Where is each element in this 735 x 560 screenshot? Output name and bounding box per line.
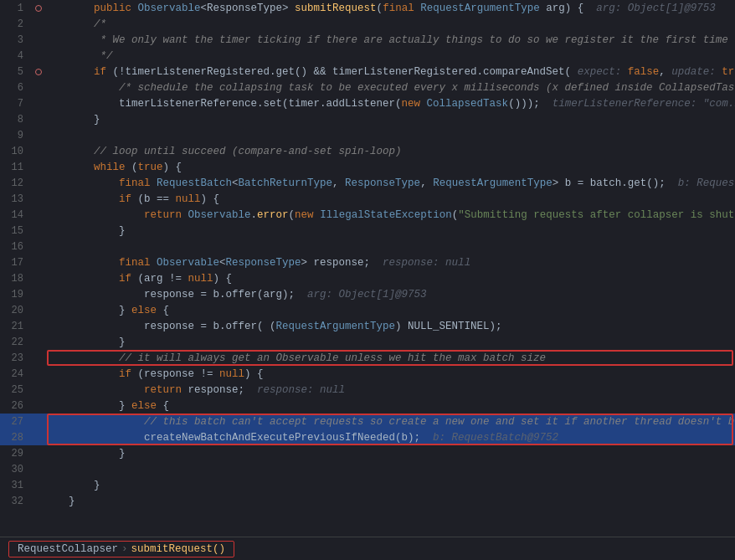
code-line: 10 // loop until succeed (compare-and-se… xyxy=(0,143,735,159)
line-content: while (true) { xyxy=(44,162,735,173)
line-content: if (response != null) { xyxy=(44,368,735,380)
line-number: 30 xyxy=(3,464,33,475)
line-content: } else { xyxy=(44,305,735,316)
line-number: 5 xyxy=(3,66,33,78)
line-number: 20 xyxy=(3,305,33,316)
code-line: 29 } xyxy=(0,445,735,461)
line-content: return response; response: null xyxy=(44,384,735,396)
line-number: 32 xyxy=(3,496,33,507)
line-content: } else { xyxy=(44,400,735,412)
line-number: 3 xyxy=(3,34,33,46)
code-line: 5 if (!timerListenerRegistered.get() && … xyxy=(0,64,735,80)
code-line: 22 } xyxy=(0,334,735,350)
line-number: 2 xyxy=(3,18,33,30)
line-content: if (!timerListenerRegistered.get() && ti… xyxy=(44,66,735,78)
code-line: 16 xyxy=(0,239,735,254)
code-line: 30 xyxy=(0,461,735,477)
code-line: 19 response = b.offer(arg); arg: Object[… xyxy=(0,286,735,302)
line-content: * We only want the timer ticking if ther… xyxy=(44,34,735,46)
code-line: 28 createNewBatchAndExecutePreviousIfNee… xyxy=(0,429,735,445)
code-line: 32 } xyxy=(0,493,735,509)
line-number: 17 xyxy=(3,257,33,269)
line-content: if (b == null) { xyxy=(44,193,735,205)
line-number: 15 xyxy=(3,225,33,237)
code-line: 2 /* xyxy=(0,16,735,32)
line-content: } xyxy=(44,114,735,126)
line-content: // it will always get an Observable unle… xyxy=(44,352,735,364)
line-content: // this batch can't accept requests so c… xyxy=(44,416,735,428)
code-line: 12 final RequestBatch<BatchReturnType, R… xyxy=(0,175,735,191)
code-line: 13 if (b == null) { xyxy=(0,191,735,207)
line-content: final Observable<ResponseType> response;… xyxy=(44,257,735,269)
code-line: 15 } xyxy=(0,223,735,239)
code-line: 11 while (true) { xyxy=(0,159,735,175)
line-number: 19 xyxy=(3,289,33,301)
editor-area: 1 public Observable<ResponseType> submit… xyxy=(0,0,735,537)
line-content: createNewBatchAndExecutePreviousIfNeeded… xyxy=(44,432,735,444)
code-line: 26 } else { xyxy=(0,398,735,414)
line-number: 10 xyxy=(3,146,33,157)
line-content: } xyxy=(44,480,735,491)
line-number: 24 xyxy=(3,368,33,380)
line-number: 16 xyxy=(3,241,33,253)
line-content: /* schedule the collapsing task to be ex… xyxy=(44,82,735,94)
breakpoint-dot[interactable] xyxy=(35,69,42,75)
line-content: public Observable<ResponseType> submitRe… xyxy=(44,3,735,14)
line-number: 7 xyxy=(3,98,33,110)
code-line: 6 /* schedule the collapsing task to be … xyxy=(0,80,735,95)
code-line: 25 return response; response: null xyxy=(0,382,735,398)
code-line: 8 } xyxy=(0,111,735,127)
code-line: 27 // this batch can't accept requests s… xyxy=(0,414,735,429)
line-number: 26 xyxy=(3,400,33,412)
code-line: 17 final Observable<ResponseType> respon… xyxy=(0,254,735,270)
line-content: } xyxy=(44,448,735,460)
line-number: 29 xyxy=(3,448,33,460)
line-content: /* xyxy=(44,18,735,30)
line-number: 11 xyxy=(3,162,33,173)
line-number: 28 xyxy=(3,432,33,444)
line-number: 6 xyxy=(3,82,33,94)
line-number: 13 xyxy=(3,193,33,205)
line-number: 14 xyxy=(3,209,33,221)
line-number: 9 xyxy=(3,130,33,141)
line-content: timerListenerReference.set(timer.addList… xyxy=(44,98,735,110)
line-number: 4 xyxy=(3,50,33,62)
line-content: if (arg != null) { xyxy=(44,273,735,285)
breadcrumb-separator: › xyxy=(121,543,128,555)
line-number: 27 xyxy=(3,416,33,428)
breakpoint-dot[interactable] xyxy=(35,5,42,12)
line-content: final RequestBatch<BatchReturnType, Resp… xyxy=(44,177,735,189)
line-content: } xyxy=(44,225,735,237)
code-line: 3 * We only want the timer ticking if th… xyxy=(0,32,735,48)
code-line: 31 } xyxy=(0,477,735,493)
breadcrumb-box: RequestCollapser › submitRequest() xyxy=(8,541,234,557)
line-content: // loop until succeed (compare-and-set s… xyxy=(44,146,735,157)
code-line: 7 timerListenerReference.set(timer.addLi… xyxy=(0,95,735,111)
line-content: } xyxy=(44,496,735,507)
code-line: 1 public Observable<ResponseType> submit… xyxy=(0,0,735,16)
line-content: response = b.offer(arg); arg: Object[1]@… xyxy=(44,289,735,301)
breadcrumb-class: RequestCollapser xyxy=(18,543,118,555)
code-line: 24 if (response != null) { xyxy=(0,366,735,382)
line-number: 8 xyxy=(3,114,33,126)
code-line: 4 */ xyxy=(0,48,735,64)
code-line: 14 return Observable.error(new IllegalSt… xyxy=(0,207,735,223)
line-content: response = b.offer( (RequestArgumentType… xyxy=(44,321,735,332)
breadcrumb-method: submitRequest() xyxy=(131,543,226,555)
line-number: 21 xyxy=(3,321,33,332)
line-number: 31 xyxy=(3,480,33,491)
line-content: return Observable.error(new IllegalState… xyxy=(44,209,735,221)
line-number: 1 xyxy=(3,3,33,14)
line-number: 23 xyxy=(3,352,33,364)
code-line: 9 xyxy=(0,127,735,143)
line-number: 22 xyxy=(3,337,33,348)
line-content: } xyxy=(44,337,735,348)
line-content: */ xyxy=(44,50,735,62)
line-number: 12 xyxy=(3,177,33,189)
code-line: 18 if (arg != null) { xyxy=(0,270,735,286)
status-bar: RequestCollapser › submitRequest() xyxy=(0,537,735,560)
code-area: 1 public Observable<ResponseType> submit… xyxy=(0,0,735,537)
code-line: 21 response = b.offer( (RequestArgumentT… xyxy=(0,318,735,334)
code-line: 23 // it will always get an Observable u… xyxy=(0,350,735,366)
line-number: 25 xyxy=(3,384,33,396)
